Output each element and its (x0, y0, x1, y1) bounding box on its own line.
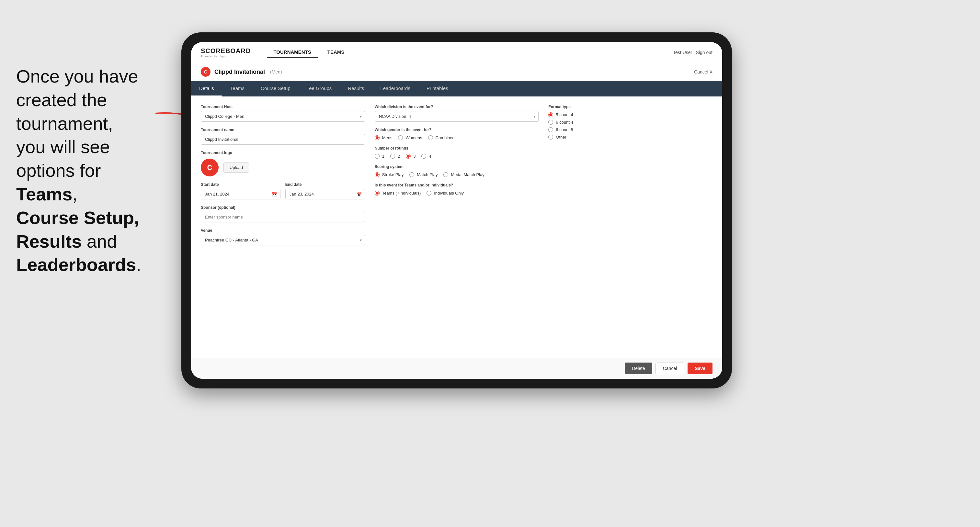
rounds-3-label: 3 (413, 154, 415, 159)
rounds-4-radio[interactable] (422, 154, 426, 159)
tablet-device: SCOREBOARD Powered by clippd TOURNAMENTS… (181, 32, 732, 389)
delete-button[interactable]: Delete (625, 363, 652, 374)
tab-tee-groups[interactable]: Tee Groups (299, 81, 340, 97)
venue-select[interactable]: Peachtree GC - Atlanta - GA (201, 235, 365, 245)
division-select-wrapper: NCAA Division III ▾ (375, 111, 539, 122)
tab-teams[interactable]: Teams (222, 81, 253, 97)
logo-field-group: Tournament logo C Upload (201, 151, 365, 176)
user-sign-out[interactable]: Test User | Sign out (673, 50, 713, 55)
cancel-button[interactable]: Cancel (655, 363, 685, 374)
teams-individuals-option[interactable]: Individuals Only (426, 190, 464, 195)
format-other-option[interactable]: Other (548, 135, 713, 140)
upload-button[interactable]: Upload (223, 162, 249, 173)
format-6count4-option[interactable]: 6 count 4 (548, 120, 713, 125)
tablet-screen: SCOREBOARD Powered by clippd TOURNAMENTS… (191, 42, 722, 379)
rounds-3-option[interactable]: 3 (406, 154, 415, 159)
end-date-group: End date 📅 (285, 182, 365, 199)
host-select[interactable]: Clippd College - Men (201, 111, 365, 122)
division-select[interactable]: NCAA Division III (375, 111, 539, 122)
rounds-4-label: 4 (429, 154, 431, 159)
gender-radio-group: Mens Womens Combined (375, 135, 539, 140)
name-input[interactable] (201, 134, 365, 145)
tab-course-setup[interactable]: Course Setup (253, 81, 299, 97)
logo-upload-area: C Upload (201, 159, 365, 176)
logo-label: Tournament logo (201, 151, 365, 155)
save-button[interactable]: Save (687, 363, 713, 374)
end-date-input[interactable] (285, 189, 365, 199)
format-6count5-radio[interactable] (548, 127, 553, 132)
gender-mens-option[interactable]: Mens (375, 135, 393, 140)
format-6count4-label: 6 count 4 (556, 120, 573, 125)
venue-label: Venue (201, 228, 365, 233)
gender-womens-radio[interactable] (398, 135, 403, 140)
gender-womens-label: Womens (406, 135, 422, 140)
teams-field-group: Is this event for Teams and/or Individua… (375, 183, 539, 195)
format-5count4-option[interactable]: 5 count 4 (548, 112, 713, 117)
scoring-match-option[interactable]: Match Play (409, 172, 438, 177)
teams-plus-radio[interactable] (375, 190, 380, 195)
tab-printables[interactable]: Printables (418, 81, 456, 97)
tournament-icon: C (201, 67, 210, 77)
logo-circle: C (201, 159, 219, 176)
form-column-2: Which division is the event for? NCAA Di… (375, 105, 539, 245)
end-date-label: End date (285, 182, 365, 187)
rounds-2-radio[interactable] (390, 154, 395, 159)
rounds-1-label: 1 (382, 154, 384, 159)
venue-select-wrapper: Peachtree GC - Atlanta - GA ▾ (201, 235, 365, 245)
rounds-1-radio[interactable] (375, 154, 380, 159)
rounds-1-option[interactable]: 1 (375, 154, 384, 159)
nav-links: TOURNAMENTS TEAMS (267, 47, 673, 58)
format-other-radio[interactable] (548, 135, 553, 140)
tab-details[interactable]: Details (191, 81, 222, 97)
tab-leaderboards[interactable]: Leaderboards (372, 81, 418, 97)
scoring-stroke-label: Stroke Play (382, 172, 404, 177)
host-field-group: Tournament Host Clippd College - Men ▾ (201, 105, 365, 122)
left-description: Once you have created the tournament, yo… (0, 52, 194, 290)
form-column-3: Format type 5 count 4 6 count 4 (548, 105, 713, 245)
user-area: Test User | Sign out (673, 50, 713, 55)
bottom-bar: Delete Cancel Save (191, 358, 722, 379)
teams-plus-option[interactable]: Teams (+Individuals) (375, 190, 421, 195)
format-6count5-label: 6 count 5 (556, 127, 573, 132)
gender-label: Which gender is the event for? (375, 127, 539, 132)
tournament-title-area: C Clippd Invitational (Men) (201, 67, 282, 77)
rounds-label: Number of rounds (375, 146, 539, 151)
scoring-medal-radio[interactable] (443, 172, 448, 177)
venue-field-group: Venue Peachtree GC - Atlanta - GA ▾ (201, 228, 365, 245)
teams-label: Is this event for Teams and/or Individua… (375, 183, 539, 187)
host-select-wrapper: Clippd College - Men ▾ (201, 111, 365, 122)
scoring-stroke-radio[interactable] (375, 172, 380, 177)
rounds-3-radio[interactable] (406, 154, 410, 159)
gender-combined-option[interactable]: Combined (428, 135, 455, 140)
gender-womens-option[interactable]: Womens (398, 135, 422, 140)
sponsor-input[interactable] (201, 212, 365, 222)
nav-tournaments[interactable]: TOURNAMENTS (267, 47, 317, 58)
scoring-match-radio[interactable] (409, 172, 414, 177)
rounds-4-option[interactable]: 4 (422, 154, 431, 159)
gender-mens-label: Mens (382, 135, 393, 140)
format-6count4-radio[interactable] (548, 120, 553, 125)
scoring-medal-option[interactable]: Medal Match Play (443, 172, 484, 177)
start-date-input[interactable] (201, 189, 280, 199)
teams-radio-group: Teams (+Individuals) Individuals Only (375, 190, 539, 195)
tab-results[interactable]: Results (340, 81, 372, 97)
rounds-2-option[interactable]: 2 (390, 154, 400, 159)
format-5count4-label: 5 count 4 (556, 112, 573, 117)
cancel-button-header[interactable]: Cancel X (694, 69, 713, 75)
tournament-header: C Clippd Invitational (Men) Cancel X (191, 63, 722, 81)
rounds-field-group: Number of rounds 1 2 (375, 146, 539, 159)
tournament-sub: (Men) (270, 69, 282, 75)
format-5count4-radio[interactable] (548, 112, 553, 117)
gender-combined-radio[interactable] (428, 135, 433, 140)
format-6count5-option[interactable]: 6 count 5 (548, 127, 713, 132)
teams-individuals-radio[interactable] (426, 190, 431, 195)
scoring-stroke-option[interactable]: Stroke Play (375, 172, 404, 177)
format-label: Format type (548, 105, 713, 109)
division-label: Which division is the event for? (375, 105, 539, 109)
format-field-group: Format type 5 count 4 6 count 4 (548, 105, 713, 140)
sponsor-field-group: Sponsor (optional) (201, 205, 365, 222)
gender-mens-radio[interactable] (375, 135, 380, 140)
scoring-match-label: Match Play (417, 172, 438, 177)
teams-plus-label: Teams (+Individuals) (382, 190, 421, 195)
nav-teams[interactable]: TEAMS (321, 47, 351, 58)
